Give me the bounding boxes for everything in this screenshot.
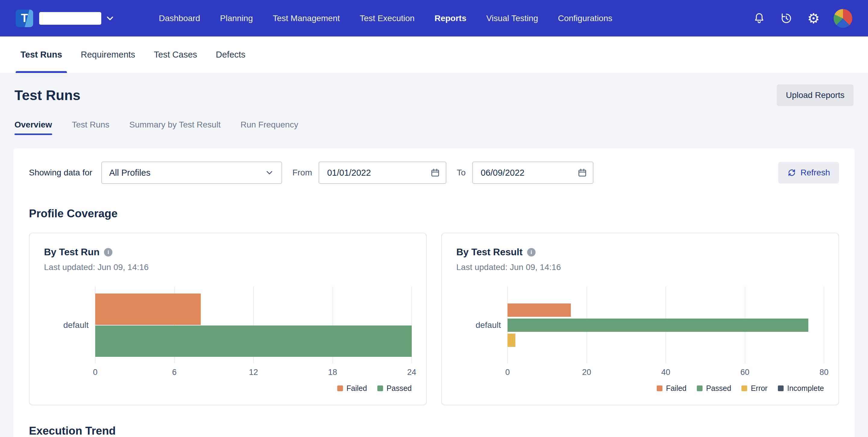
legend-label: Passed <box>387 384 412 393</box>
legend-swatch <box>778 385 784 391</box>
to-date-input[interactable] <box>472 161 593 184</box>
legend-label: Passed <box>706 384 731 393</box>
calendar-icon[interactable] <box>577 167 587 178</box>
chart-card-by-test-result: By Test Result i Last updated: Jun 09, 1… <box>441 233 839 405</box>
nav-link-reports[interactable]: Reports <box>435 13 467 23</box>
x-axis-ticks: 020406080 <box>507 366 824 379</box>
legend-item-passed: Passed <box>697 384 731 393</box>
subtab-test-runs[interactable]: Test Runs <box>72 120 110 135</box>
subtab-label: Summary by Test Result <box>129 120 221 129</box>
topnav-actions: ⚙ <box>752 9 852 28</box>
chevron-down-icon[interactable] <box>105 13 115 24</box>
execution-trend-heading: Execution Trend <box>29 425 839 437</box>
legend-label: Failed <box>666 384 687 393</box>
legend-swatch <box>377 385 383 391</box>
from-date-input[interactable] <box>318 161 446 184</box>
subtab-label: Run Frequency <box>241 120 298 129</box>
bar-passed <box>507 318 808 332</box>
tab-requirements[interactable]: Requirements <box>76 36 140 73</box>
tab-label: Requirements <box>81 50 135 60</box>
chart-title: By Test Result <box>456 247 523 258</box>
legend-item-failed: Failed <box>337 384 367 393</box>
bars <box>507 287 824 364</box>
page-header: Test Runs Upload Reports <box>0 84 868 106</box>
calendar-icon[interactable] <box>430 167 440 178</box>
workspace-selector-group: T <box>16 10 115 27</box>
plot-area <box>507 287 824 364</box>
x-tick-label: 18 <box>328 368 337 377</box>
chart-last-updated: Last updated: Jun 09, 14:16 <box>44 262 412 272</box>
legend-swatch <box>697 385 703 391</box>
tab-test-runs[interactable]: Test Runs <box>16 36 67 73</box>
legend-item-failed: Failed <box>657 384 687 393</box>
x-axis-ticks: 06121824 <box>95 366 412 379</box>
legend-item-passed: Passed <box>377 384 412 393</box>
profile-select-value: All Profiles <box>109 168 150 178</box>
to-date-wrap <box>472 161 593 184</box>
bar-failed <box>507 304 571 317</box>
nav-link-dashboard[interactable]: Dashboard <box>159 13 200 23</box>
tab-label: Test Cases <box>154 50 197 60</box>
legend-label: Failed <box>347 384 367 393</box>
info-icon[interactable]: i <box>527 248 535 256</box>
nav-link-test-execution[interactable]: Test Execution <box>360 13 415 23</box>
bar-chart-by-test-run: default 06121824 FailedPassed <box>44 287 412 393</box>
nav-link-configurations[interactable]: Configurations <box>558 13 613 23</box>
tab-label: Test Runs <box>21 50 62 60</box>
nav-link-label: Visual Testing <box>486 13 538 23</box>
nav-link-visual-testing[interactable]: Visual Testing <box>486 13 538 23</box>
nav-link-label: Dashboard <box>159 13 200 23</box>
upload-reports-button[interactable]: Upload Reports <box>777 84 854 106</box>
info-icon[interactable]: i <box>104 248 113 256</box>
bar-passed <box>95 325 412 357</box>
gear-glyph: ⚙ <box>807 11 819 25</box>
tab-defects[interactable]: Defects <box>211 36 250 73</box>
chevron-down-icon <box>265 168 274 178</box>
x-tick-label: 60 <box>740 368 749 377</box>
nav-link-label: Test Management <box>273 13 340 23</box>
legend-label: Error <box>751 384 768 393</box>
refresh-label: Refresh <box>801 168 830 178</box>
profile-select[interactable]: All Profiles <box>101 161 282 184</box>
legend-item-incomplete: Incomplete <box>778 384 824 393</box>
app-logo[interactable]: T <box>16 10 33 27</box>
legend-swatch <box>657 385 662 391</box>
profile-coverage-charts: By Test Run i Last updated: Jun 09, 14:1… <box>29 233 839 405</box>
x-tick-label: 6 <box>172 368 177 377</box>
nav-link-label: Reports <box>435 13 467 23</box>
tab-test-cases[interactable]: Test Cases <box>149 36 202 73</box>
subtab-run-frequency[interactable]: Run Frequency <box>241 120 298 135</box>
bar-error <box>507 334 516 347</box>
from-date-wrap <box>318 161 446 184</box>
subtab-summary-by-test-result[interactable]: Summary by Test Result <box>129 120 221 135</box>
chart-card-by-test-run: By Test Run i Last updated: Jun 09, 14:1… <box>29 233 427 405</box>
x-tick-label: 0 <box>93 368 97 377</box>
filter-row: Showing data for All Profiles From To Re… <box>29 161 839 184</box>
project-selector[interactable] <box>39 12 101 25</box>
subtab-label: Test Runs <box>72 120 110 129</box>
subtab-overview[interactable]: Overview <box>14 120 52 135</box>
bars <box>95 287 412 364</box>
module-tabs: Test RunsRequirementsTest CasesDefects <box>0 36 868 73</box>
nav-link-planning[interactable]: Planning <box>220 13 253 23</box>
history-icon[interactable] <box>779 11 793 25</box>
nav-link-test-management[interactable]: Test Management <box>273 13 340 23</box>
page-title: Test Runs <box>14 87 81 103</box>
x-tick-label: 24 <box>407 368 416 377</box>
primary-nav: DashboardPlanningTest ManagementTest Exe… <box>159 13 613 23</box>
x-tick-label: 80 <box>819 368 829 377</box>
refresh-icon <box>787 168 796 177</box>
to-label: To <box>457 168 466 178</box>
settings-gear-icon[interactable]: ⚙ <box>807 11 820 25</box>
profile-coverage-heading: Profile Coverage <box>29 207 839 220</box>
chart-last-updated: Last updated: Jun 09, 14:16 <box>456 262 824 272</box>
notifications-bell-icon[interactable] <box>752 11 766 25</box>
chart-title: By Test Run <box>44 247 99 258</box>
refresh-button[interactable]: Refresh <box>778 162 839 184</box>
x-tick-label: 12 <box>249 368 258 377</box>
y-axis-category-label: default <box>456 287 507 364</box>
user-avatar[interactable] <box>834 9 852 28</box>
legend-swatch <box>741 385 747 391</box>
tab-label: Defects <box>216 50 245 60</box>
x-tick-label: 0 <box>505 368 510 377</box>
